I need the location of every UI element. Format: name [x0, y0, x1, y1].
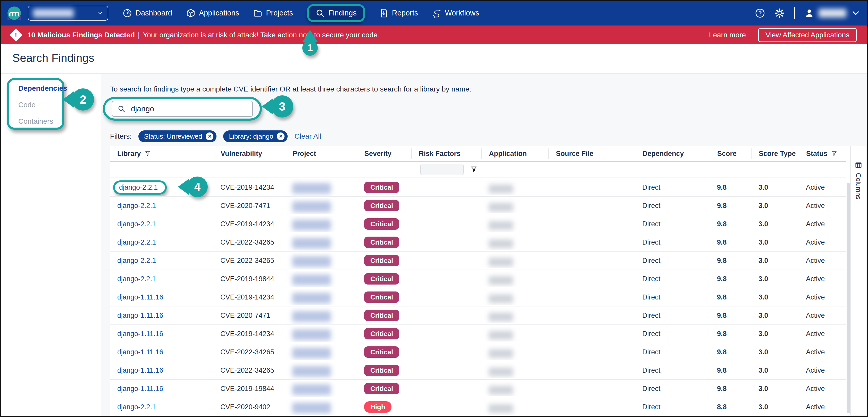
column-header-status[interactable]: Status [799, 149, 848, 159]
user-menu[interactable] [804, 8, 861, 18]
blurred-org-name [33, 9, 74, 18]
score-cell: 9.8 [710, 312, 751, 320]
nav-item-dashboard[interactable]: Dashboard [123, 8, 172, 18]
application-cell [482, 253, 549, 268]
projects-folder-icon [253, 8, 262, 18]
library-link[interactable]: django-2.2.1 [119, 184, 158, 191]
vulnerability-cell: CVE-2019-14234 [213, 184, 285, 192]
vulnerability-cell: CVE-2019-19844 [213, 385, 285, 393]
nav-item-workflows[interactable]: Workflows [432, 8, 479, 18]
library-link[interactable]: django-1.11.16 [117, 312, 163, 319]
reports-document-icon [379, 8, 389, 18]
blurred-application-name [489, 203, 513, 212]
table-row[interactable]: django-1.11.16 CVE-2019-14234 Critical D… [110, 325, 848, 343]
filter-funnel-icon[interactable] [831, 151, 837, 157]
table-row[interactable]: django-2.2.1 CVE-2022-34265 Critical Dir… [110, 252, 848, 270]
library-link[interactable]: django-2.2.1 [117, 202, 156, 210]
table-row[interactable]: django-2.2.1 CVE-2020-7471 Critical Dire… [110, 197, 848, 215]
severity-badge: Critical [364, 310, 399, 321]
score-type-cell: 3.0 [751, 257, 799, 265]
table-row[interactable]: django-2.2.1 CVE-2019-14234 Critical Dir… [110, 178, 848, 197]
table-row[interactable]: django-1.11.16 CVE-2019-14234 Critical D… [110, 288, 848, 307]
library-cell: django-1.11.16 [110, 343, 213, 361]
table-row[interactable]: django-1.11.16 CVE-2022-34265 Critical D… [110, 361, 848, 380]
learn-more-link[interactable]: Learn more [709, 31, 746, 39]
dependency-cell: Direct [635, 275, 710, 283]
findings-type-sidebar: Dependencies Code Containers [7, 78, 64, 130]
column-header-vulnerability[interactable]: Vulnerability [213, 149, 285, 159]
library-link[interactable]: django-2.2.1 [117, 238, 156, 246]
risk-factors-filter-input[interactable] [420, 164, 464, 175]
severity-badge: Critical [364, 255, 399, 266]
table-row[interactable]: django-2.2.1 CVE-2022-34265 Critical Dir… [110, 233, 848, 252]
mend-logo-icon [7, 6, 21, 20]
score-type-cell: 3.0 [751, 202, 799, 210]
clear-all-link[interactable]: Clear All [294, 132, 321, 140]
library-link[interactable]: django-1.11.16 [117, 348, 163, 356]
column-header-application[interactable]: Application [482, 149, 549, 159]
library-link[interactable]: django-2.2.1 [117, 275, 156, 283]
status-cell: Active [799, 202, 848, 210]
sidebar-item-code[interactable]: Code [18, 101, 62, 109]
library-link[interactable]: django-1.11.16 [117, 385, 163, 392]
status-cell: Active [799, 312, 848, 320]
sidebar-item-dependencies[interactable]: Dependencies [18, 84, 62, 93]
sidebar-item-containers[interactable]: Containers [18, 117, 62, 126]
search-input[interactable] [130, 104, 247, 114]
column-header-library[interactable]: Library [110, 149, 213, 159]
remove-filter-icon[interactable]: ✕ [277, 132, 284, 140]
main-nav: Dashboard Applications Projects [123, 4, 479, 22]
filter-funnel-icon[interactable] [145, 151, 151, 157]
library-link[interactable]: django-1.11.16 [117, 366, 163, 374]
library-link[interactable]: django-2.2.1 [117, 257, 156, 264]
columns-panel-toggle[interactable]: Columns [850, 146, 866, 415]
table-row[interactable]: django-2.2.1 CVE-2020-9402 High Direct 8… [110, 398, 848, 416]
table-row[interactable]: django-2.2.1 CVE-2019-14234 Critical Dir… [110, 215, 848, 233]
remove-filter-icon[interactable]: ✕ [206, 132, 213, 140]
findings-search-box[interactable] [112, 101, 253, 117]
column-header-severity[interactable]: Severity [357, 149, 411, 159]
table-scrollbar-thumb[interactable] [847, 183, 850, 413]
column-header-dependency[interactable]: Dependency [635, 149, 710, 159]
table-row[interactable]: django-2.2.1 CVE-2019-19844 Critical Dir… [110, 270, 848, 288]
nav-item-projects[interactable]: Projects [253, 8, 293, 18]
nav-item-findings[interactable]: Findings [307, 4, 365, 22]
severity-cell: Critical [357, 200, 411, 211]
dependency-cell: Direct [635, 184, 710, 192]
library-link[interactable]: django-2.2.1 [117, 220, 156, 228]
score-cell: 9.8 [710, 184, 751, 192]
workflows-flow-icon [432, 8, 441, 18]
blurred-project-name [292, 348, 331, 358]
application-cell [482, 290, 549, 305]
library-link[interactable]: django-2.2.1 [117, 403, 156, 411]
table-row[interactable]: django-1.11.16 CVE-2022-34265 Critical D… [110, 343, 848, 361]
severity-badge: Critical [364, 328, 399, 340]
column-header-project[interactable]: Project [285, 149, 357, 159]
library-cell: django-2.2.1 [110, 398, 213, 416]
settings-gear-icon[interactable] [774, 8, 785, 18]
column-header-score-type[interactable]: Score Type [751, 149, 799, 159]
filter-funnel-icon[interactable] [470, 166, 477, 173]
table-row[interactable]: django-1.11.16 CVE-2020-7471 Critical Di… [110, 307, 848, 325]
library-cell: django-1.11.16 [110, 380, 213, 398]
library-cell: django-1.11.16 [110, 361, 213, 379]
blurred-project-name [292, 293, 331, 303]
column-header-score[interactable]: Score [710, 149, 751, 159]
library-link[interactable]: django-1.11.16 [117, 293, 163, 301]
nav-item-applications[interactable]: Applications [186, 8, 239, 18]
org-selector-dropdown[interactable] [28, 6, 108, 21]
column-header-risk-factors[interactable]: Risk Factors [411, 149, 482, 159]
application-cell [482, 235, 549, 250]
columns-table-icon [855, 162, 862, 169]
table-row[interactable]: django-1.11.16 CVE-2019-19844 Critical D… [110, 380, 848, 398]
library-link[interactable]: django-1.11.16 [117, 330, 163, 338]
view-affected-applications-button[interactable]: View Affected Applications [758, 28, 857, 42]
page-header: Search Findings [1, 44, 867, 74]
divider [794, 7, 795, 19]
dashboard-gauge-icon [123, 8, 132, 18]
help-icon[interactable] [755, 8, 765, 18]
chip-label: Library: django [229, 132, 273, 140]
column-header-source-file[interactable]: Source File [549, 149, 635, 159]
dependency-cell: Direct [635, 312, 710, 320]
nav-item-reports[interactable]: Reports [379, 8, 418, 18]
